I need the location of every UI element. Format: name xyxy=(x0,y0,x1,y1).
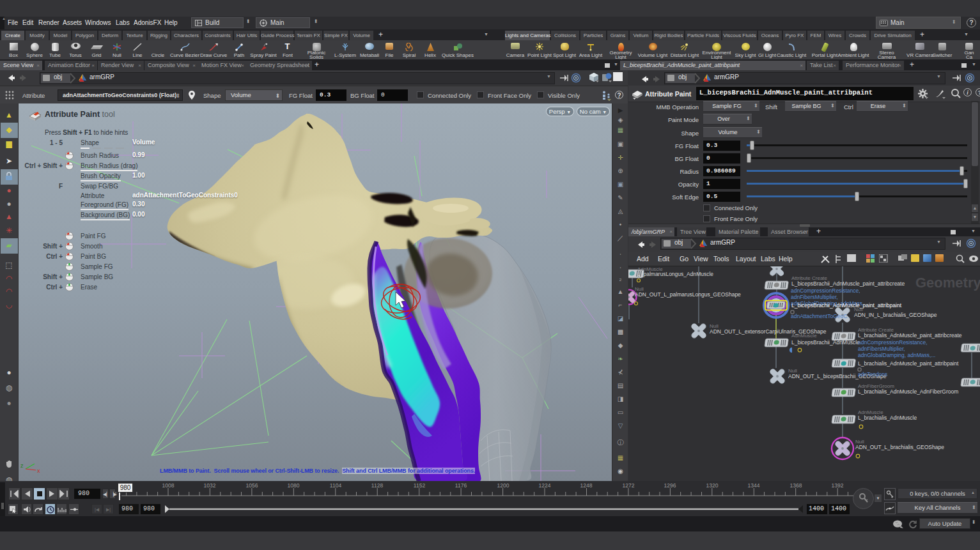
svg-text:1032: 1032 xyxy=(204,482,216,489)
svg-text:adnFibersMultiplier,: adnFibersMultiplier, xyxy=(791,294,838,300)
svg-text:L_bicepsBrachii_AdnMuscle: L_bicepsBrachii_AdnMuscle xyxy=(791,339,860,346)
svg-text:L_brachialis_AdnMuscle_AdnFibe: L_brachialis_AdnMuscle_AdnFiberGroom xyxy=(858,388,958,395)
svg-text:1128: 1128 xyxy=(371,482,384,489)
svg-text:Geometry: Geometry xyxy=(915,275,980,291)
svg-text:ADN_OUT_L_brachialis_GEOShape: ADN_OUT_L_brachialis_GEOShape xyxy=(855,444,944,450)
svg-text:1176: 1176 xyxy=(455,482,467,489)
svg-text:1368: 1368 xyxy=(790,482,802,489)
svg-text:1104: 1104 xyxy=(330,482,342,489)
svg-text:1200: 1200 xyxy=(497,482,509,489)
svg-text:1344: 1344 xyxy=(748,482,760,489)
svg-text:L_bicepsBrachii_AdnMuscle_pain: L_bicepsBrachii_AdnMuscle_paint_attribcr… xyxy=(791,280,905,287)
svg-text:1272: 1272 xyxy=(623,482,635,489)
svg-text:L_palmarusLongus_AdnMuscle: L_palmarusLongus_AdnMuscle xyxy=(637,271,713,277)
svg-text:adnAttachmentToGeoC: adnAttachmentToGeoC xyxy=(791,313,847,319)
svg-text:adnCompressionResistance,: adnCompressionResistance, xyxy=(791,287,860,294)
svg-text:adnGlobalDamping, adnMass,...: adnGlobalDamping, adnMass,... xyxy=(858,352,935,358)
svg-text:ADN_IN_L_brachialis_GEOShape: ADN_IN_L_brachialis_GEOShape xyxy=(854,312,937,318)
svg-text:AdnMuscle: AdnMuscle xyxy=(791,333,817,339)
svg-text:1296: 1296 xyxy=(664,482,676,489)
svg-text:1320: 1320 xyxy=(706,482,719,489)
svg-text:x: x xyxy=(37,468,40,474)
svg-text:ADN_OUT_L_palmarusLongus_GEOSh: ADN_OUT_L_palmarusLongus_GEOShape xyxy=(635,291,741,298)
svg-text:adnFibersMultiplier,: adnFibersMultiplier, xyxy=(858,346,905,352)
svg-text:1080: 1080 xyxy=(288,482,300,489)
svg-text:L_brachialis_AdnMuscle: L_brachialis_AdnMuscle xyxy=(858,415,917,421)
svg-text:z: z xyxy=(20,462,24,469)
svg-text:adnCompressionResistance,: adnCompressionResistance, xyxy=(858,339,928,346)
svg-text:1248: 1248 xyxy=(580,482,593,489)
svg-text:L_brachialis_AdnMuscle_paint_a: L_brachialis_AdnMuscle_paint_attribcreat… xyxy=(858,332,962,339)
svg-text:1152: 1152 xyxy=(414,482,426,489)
svg-text:L_brachialis_AdnMuscle_paint_a: L_brachialis_AdnMuscle_paint_attribpaint xyxy=(858,360,959,367)
svg-text:adnTendons: adnTendons xyxy=(858,371,887,378)
svg-text:1056: 1056 xyxy=(246,482,258,489)
svg-text:1392: 1392 xyxy=(832,482,844,489)
svg-text:1008: 1008 xyxy=(162,482,175,489)
svg-text:1224: 1224 xyxy=(539,482,551,489)
svg-text:L_bicepsBrachii_AdnMuscle_pain: L_bicepsBrachii_AdnMuscle_paint_attribpa… xyxy=(791,302,902,309)
